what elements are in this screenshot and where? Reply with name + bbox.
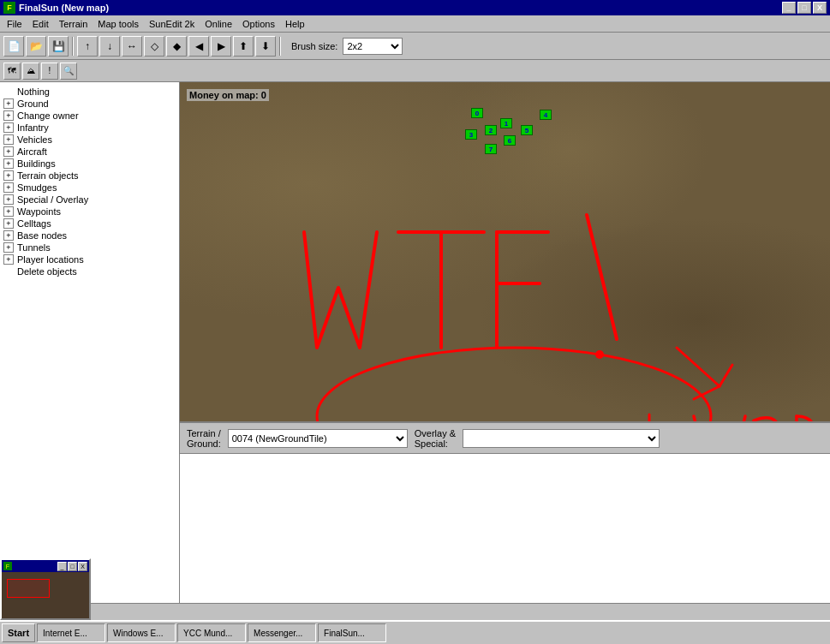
sidebar-item-vehicles[interactable]: + Vehicles <box>0 134 179 146</box>
svg-line-10 <box>720 365 732 386</box>
taskbar-item-explorer[interactable]: Windows E... <box>107 623 176 642</box>
sidebar-item-basenodes[interactable]: + Base nodes <box>0 230 179 242</box>
minimap-window: F _ □ X <box>0 558 91 620</box>
new-button[interactable]: 📄 <box>3 36 24 57</box>
menu-terrain[interactable]: Terrain <box>54 17 93 31</box>
status-bar: Ready <box>0 603 830 620</box>
tool8[interactable]: ⬆ <box>233 36 254 57</box>
taskbar-item-finalsun[interactable]: FinalSun... <box>318 623 386 642</box>
close-button[interactable]: X <box>813 2 827 14</box>
tool7[interactable]: ▶ <box>211 36 231 57</box>
minimap-titlebar: F _ □ X <box>2 560 89 572</box>
overlay-label: Overlay &Special: <box>415 428 456 449</box>
expand-specialoverlay[interactable]: + <box>3 194 14 205</box>
sidebar-item-deleteobjects[interactable]: Delete objects <box>0 265 179 277</box>
sidebar: Nothing + Ground + Change owner + Infant… <box>0 82 180 627</box>
brush-size-select[interactable]: 1x1 2x2 3x3 4x4 5x5 6x6 <box>343 38 403 55</box>
menu-edit[interactable]: Edit <box>27 17 54 31</box>
toolbar2: 🗺 ⛰ ! 🔍 <box>0 60 830 82</box>
overlay-select[interactable] <box>463 429 660 448</box>
tool6[interactable]: ◀ <box>188 36 209 57</box>
map-canvas[interactable]: Money on map: 0 0 1 2 3 4 5 6 7 <box>180 82 830 421</box>
expand-buildings[interactable]: + <box>3 158 14 169</box>
tool4[interactable]: ◇ <box>144 36 164 57</box>
expand-changeowner[interactable]: + <box>3 110 14 121</box>
tool5[interactable]: ◆ <box>166 36 187 57</box>
svg-point-7 <box>317 348 711 421</box>
tool1[interactable]: ↑ <box>77 36 98 57</box>
unit-3: 3 <box>465 129 477 140</box>
unit-6: 6 <box>504 135 516 146</box>
sidebar-item-buildings[interactable]: + Buildings <box>0 158 179 170</box>
sidebar-item-changeowner[interactable]: + Change owner <box>0 110 179 122</box>
tool3[interactable]: ↔ <box>122 36 142 57</box>
expand-basenodes[interactable]: + <box>3 230 14 241</box>
menu-online[interactable]: Online <box>200 17 237 31</box>
taskbar-item-ie[interactable]: Internet E... <box>37 623 105 642</box>
toolbar: 📄 📂 💾 ↑ ↓ ↔ ◇ ◆ ◀ ▶ ⬆ ⬇ Brush size: 1x1 … <box>0 33 830 60</box>
sidebar-item-terrainobjects[interactable]: + Terrain objects <box>0 170 179 182</box>
sidebar-item-smudges[interactable]: + Smudges <box>0 182 179 194</box>
tool2-2[interactable]: ⛰ <box>22 63 39 80</box>
unit-2: 2 <box>485 125 497 135</box>
expand-waypoints[interactable]: + <box>3 206 14 217</box>
minimap-content <box>2 572 89 618</box>
expand-infantry[interactable]: + <box>3 122 14 133</box>
minimap-close[interactable]: X <box>78 562 87 571</box>
taskbar: Start Internet E... Windows E... YCC Mun… <box>0 620 830 644</box>
tool2-4[interactable]: 🔍 <box>60 63 77 80</box>
menu-sunedit[interactable]: SunEdit 2k <box>144 17 200 31</box>
tool2[interactable]: ↓ <box>99 36 120 57</box>
menu-options[interactable]: Options <box>237 17 280 31</box>
expand-smudges[interactable]: + <box>3 182 14 193</box>
menu-bar: File Edit Terrain Map tools SunEdit 2k O… <box>0 15 830 33</box>
sidebar-item-ground[interactable]: + Ground <box>0 98 179 110</box>
unit-0: 0 <box>471 108 483 118</box>
sidebar-item-tunnels[interactable]: + Tunnels <box>0 242 179 253</box>
unit-5: 5 <box>521 125 533 135</box>
unit-7: 7 <box>485 144 497 154</box>
sidebar-item-specialoverlay[interactable]: + Special / Overlay <box>0 194 179 206</box>
svg-line-9 <box>694 386 720 399</box>
minimap-minimize[interactable]: _ <box>57 562 67 571</box>
tool2-3[interactable]: ! <box>41 63 58 80</box>
terrain-select[interactable]: 0074 (NewGroundTile) <box>228 429 408 448</box>
title-text: FinalSun (New map) <box>19 3 109 13</box>
expand-ground[interactable]: + <box>3 98 14 109</box>
tool9[interactable]: ⬇ <box>255 36 276 57</box>
menu-maptools[interactable]: Map tools <box>93 17 144 31</box>
drawing-overlay <box>180 82 830 421</box>
unit-1: 1 <box>500 118 512 128</box>
main-layout: Nothing + Ground + Change owner + Infant… <box>0 82 830 627</box>
minimap-viewport-rect <box>7 579 50 598</box>
taskbar-item-messenger[interactable]: Messenger... <box>248 623 316 642</box>
save-button[interactable]: 💾 <box>48 36 69 57</box>
expand-playerlocations[interactable]: + <box>3 254 14 265</box>
minimize-button[interactable]: _ <box>782 2 796 14</box>
tool2-1[interactable]: 🗺 <box>3 63 21 80</box>
unit-4: 4 <box>540 110 552 120</box>
menu-help[interactable]: Help <box>280 17 310 31</box>
sidebar-item-nothing[interactable]: Nothing <box>0 86 179 98</box>
expand-terrainobjects[interactable]: + <box>3 170 14 181</box>
sidebar-item-aircraft[interactable]: + Aircraft <box>0 146 179 158</box>
maximize-button[interactable]: □ <box>797 2 811 14</box>
expand-celltags[interactable]: + <box>3 218 14 229</box>
taskbar-item-ycc[interactable]: YCC Mund... <box>177 623 246 642</box>
sidebar-item-celltags[interactable]: + Celltags <box>0 218 179 230</box>
title-buttons: _ □ X <box>782 2 827 14</box>
map-area[interactable]: Money on map: 0 0 1 2 3 4 5 6 7 <box>180 82 830 421</box>
sidebar-item-playerlocations[interactable]: + Player locations <box>0 253 179 265</box>
open-button[interactable]: 📂 <box>26 36 46 57</box>
svg-line-5 <box>587 215 617 339</box>
expand-aircraft[interactable]: + <box>3 146 14 157</box>
sidebar-item-waypoints[interactable]: + Waypoints <box>0 206 179 218</box>
sidebar-item-infantry[interactable]: + Infantry <box>0 122 179 134</box>
title-bar: F FinalSun (New map) _ □ X <box>0 0 830 15</box>
expand-tunnels[interactable]: + <box>3 242 14 253</box>
expand-vehicles[interactable]: + <box>3 134 14 145</box>
start-button[interactable]: Start <box>2 623 35 642</box>
menu-file[interactable]: File <box>2 17 27 31</box>
minimap-maximize[interactable]: □ <box>68 562 77 571</box>
svg-line-8 <box>677 348 720 386</box>
